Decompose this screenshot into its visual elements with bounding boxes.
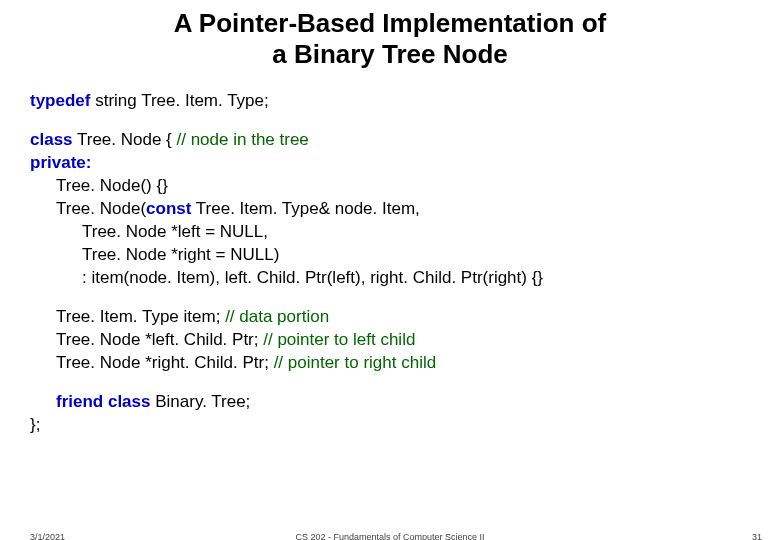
private-line: private:: [30, 152, 750, 175]
friend-line: friend class Binary. Tree;: [30, 391, 750, 414]
member-item: Tree. Item. Type item; // data portion: [56, 306, 750, 329]
ctor-init-list: : item(node. Item), left. Child. Ptr(lef…: [30, 267, 750, 290]
keyword-const: const: [146, 199, 191, 218]
keyword-typedef: typedef: [30, 91, 90, 110]
member-item-decl: Tree. Item. Type item;: [56, 307, 225, 326]
member-right-comment: // pointer to right child: [274, 353, 437, 372]
members-block: Tree. Item. Type item; // data portion T…: [30, 306, 750, 375]
footer-page-number: 31: [752, 532, 762, 540]
friend-block: friend class Binary. Tree; };: [30, 391, 750, 437]
code-content: typedef string Tree. Item. Type; class T…: [0, 70, 780, 436]
ctor-default: Tree. Node() {}: [30, 175, 750, 198]
footer-course: CS 202 - Fundamentals of Computer Scienc…: [0, 532, 780, 540]
typedef-text: string Tree. Item. Type;: [90, 91, 268, 110]
slide-title: A Pointer-Based Implementation of a Bina…: [0, 0, 780, 70]
title-line-1: A Pointer-Based Implementation of: [0, 8, 780, 39]
class-close: };: [30, 414, 750, 437]
ctor-param1: Tree. Item. Type& node. Item,: [191, 199, 419, 218]
ctor-param-line3: Tree. Node *right = NULL): [30, 244, 750, 267]
class-name-text: Tree. Node {: [73, 130, 177, 149]
member-left-comment: // pointer to left child: [263, 330, 415, 349]
ctor-open: Tree. Node(: [56, 199, 146, 218]
member-right-decl: Tree. Node *right. Child. Ptr;: [56, 353, 274, 372]
member-left-decl: Tree. Node *left. Child. Ptr;: [56, 330, 263, 349]
keyword-private: private:: [30, 153, 91, 172]
title-line-2: a Binary Tree Node: [0, 39, 780, 70]
keyword-class: class: [30, 130, 73, 149]
keyword-friend: friend class: [56, 392, 151, 411]
member-item-comment: // data portion: [225, 307, 329, 326]
typedef-line: typedef string Tree. Item. Type;: [30, 90, 750, 113]
class-decl-block: class Tree. Node { // node in the tree p…: [30, 129, 750, 290]
ctor-param-line2: Tree. Node *left = NULL,: [30, 221, 750, 244]
friend-name: Binary. Tree;: [151, 392, 251, 411]
class-comment: // node in the tree: [177, 130, 309, 149]
member-left: Tree. Node *left. Child. Ptr; // pointer…: [56, 329, 750, 352]
ctor-param-line1: Tree. Node(const Tree. Item. Type& node.…: [30, 198, 750, 221]
member-right: Tree. Node *right. Child. Ptr; // pointe…: [56, 352, 750, 375]
class-line: class Tree. Node { // node in the tree: [30, 129, 750, 152]
